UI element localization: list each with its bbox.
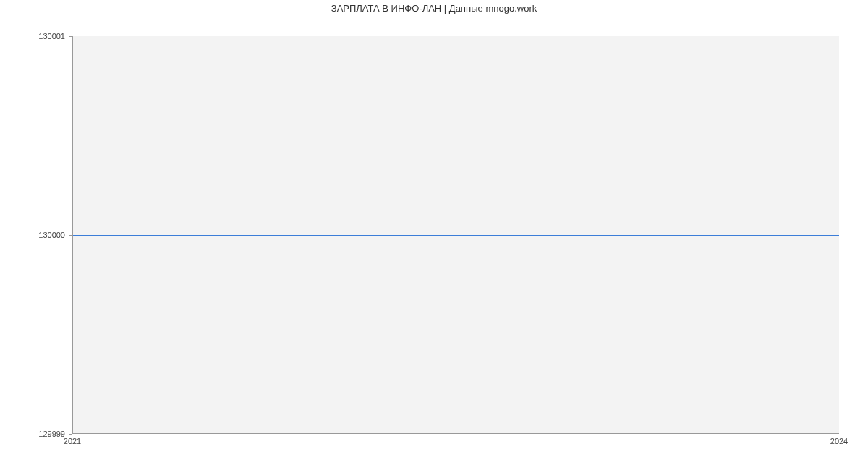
x-tick-label: 2024 bbox=[830, 437, 848, 445]
y-tick bbox=[69, 434, 72, 435]
y-tick-label: 130001 bbox=[0, 32, 65, 40]
plot-area bbox=[72, 36, 839, 434]
data-line bbox=[73, 235, 839, 236]
chart-container: ЗАРПЛАТА В ИНФО-ЛАН | Данные mnogo.work … bbox=[0, 0, 868, 470]
chart-title: ЗАРПЛАТА В ИНФО-ЛАН | Данные mnogo.work bbox=[0, 3, 868, 14]
y-tick-label: 129999 bbox=[0, 430, 65, 438]
y-tick-label: 130000 bbox=[0, 231, 65, 239]
x-tick-label: 2021 bbox=[64, 437, 81, 445]
